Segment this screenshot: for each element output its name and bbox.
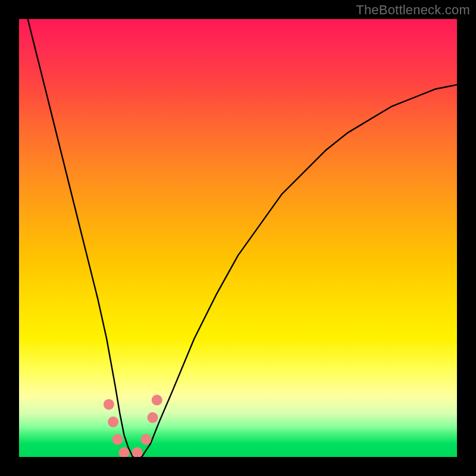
curve-marker	[132, 447, 143, 457]
curve-markers	[104, 394, 162, 457]
curve-marker	[119, 447, 130, 457]
curve-marker	[112, 434, 123, 445]
curve-marker	[108, 416, 118, 427]
curve-marker	[104, 399, 114, 410]
curve-layer	[19, 19, 457, 457]
curve-marker	[152, 394, 162, 405]
curve-marker	[148, 412, 158, 423]
watermark-text: TheBottleneck.com	[356, 2, 470, 18]
bottleneck-curve	[28, 19, 457, 457]
curve-marker	[140, 434, 151, 445]
chart-frame: TheBottleneck.com	[0, 0, 476, 476]
plot-area	[19, 19, 457, 457]
